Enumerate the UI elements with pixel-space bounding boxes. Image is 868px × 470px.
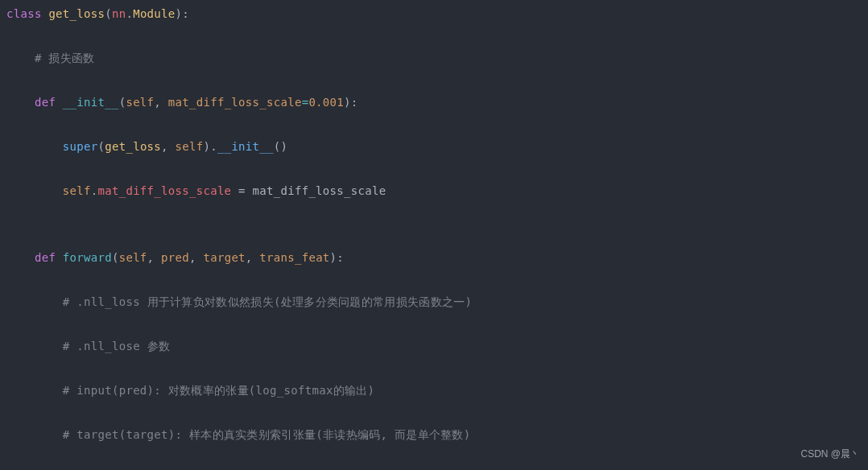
code-line: # .nll_lose 参数 — [6, 336, 868, 358]
code-block: class get_loss(nn.Module): # 损失函数 def __… — [6, 3, 868, 470]
code-line: # input(pred): 对数概率的张量(log_softmax的输出) — [6, 380, 868, 402]
code-line: super(get_loss, self).__init__() — [6, 136, 868, 159]
code-line: def __init__(self, mat_diff_loss_scale=0… — [6, 92, 868, 114]
code-line: # .nll_loss 用于计算负对数似然损失(处理多分类问题的常用损失函数之一… — [6, 291, 868, 314]
code-line: def forward(self, pred, target, trans_fe… — [6, 247, 868, 270]
watermark-text: CSDN @晨丶 — [800, 443, 860, 466]
code-line: class get_loss(nn.Module): — [6, 3, 868, 26]
code-line: # target(target): 样本的真实类别索引张量(非读热编码, 而是单… — [6, 424, 868, 447]
code-line: # 损失函数 — [6, 47, 868, 70]
code-line: self.mat_diff_loss_scale = mat_diff_loss… — [6, 180, 868, 203]
